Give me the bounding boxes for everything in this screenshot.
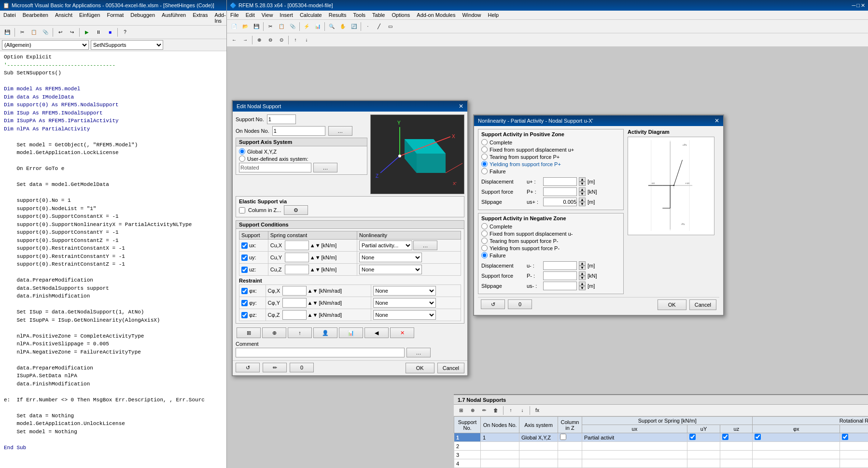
u-plus-input[interactable]: [543, 177, 577, 186]
redo-btn[interactable]: ↪: [67, 27, 77, 38]
tb2-1[interactable]: ←: [229, 35, 239, 45]
nodal-ok-btn[interactable]: OK: [406, 363, 434, 373]
rotated-input[interactable]: [239, 163, 311, 172]
tb-calc[interactable]: ⚡: [301, 21, 312, 32]
tb-zoom[interactable]: 🔍: [326, 21, 337, 32]
us-minus-down[interactable]: ▼: [579, 286, 586, 290]
menu-options[interactable]: Options: [390, 12, 411, 18]
stop-btn[interactable]: ■: [105, 27, 115, 38]
nodal-cancel-btn[interactable]: Cancel: [437, 363, 464, 373]
tbl-tb-2[interactable]: ⊕: [467, 405, 478, 416]
tb2-6[interactable]: ↑: [290, 35, 301, 45]
tb-paste[interactable]: 📎: [287, 21, 298, 32]
tbl-tb-3[interactable]: ✏: [479, 405, 490, 416]
copy-btn[interactable]: 📋: [28, 27, 39, 38]
uz-nonlin-select[interactable]: None: [359, 265, 422, 274]
dialog-tb-3[interactable]: ↑: [288, 327, 312, 338]
max-btn[interactable]: □: [856, 2, 860, 9]
row1-phiy-check[interactable]: [842, 434, 848, 440]
tb-line[interactable]: ╱: [374, 21, 384, 32]
neg-fixed-radio[interactable]: [481, 230, 488, 237]
user-defined-radio[interactable]: [239, 156, 245, 162]
scope-combo[interactable]: (Allgemein): [2, 40, 89, 50]
save-btn[interactable]: 💾: [2, 27, 13, 38]
p-plus-input[interactable]: [543, 187, 577, 196]
phiz-check[interactable]: [241, 312, 248, 318]
neg-complete-radio[interactable]: [481, 223, 488, 229]
us-plus-input[interactable]: [543, 198, 577, 206]
tb-save[interactable]: 💾: [251, 21, 262, 32]
menu-help[interactable]: Help: [487, 12, 501, 18]
dialog-tb-1[interactable]: ⊞: [237, 327, 261, 338]
row1-uz-check[interactable]: [722, 434, 728, 440]
menu-edit[interactable]: Edit: [244, 12, 256, 18]
nodal-edit-btn[interactable]: ✏: [263, 363, 287, 372]
undo-btn[interactable]: ↩: [55, 27, 66, 38]
tb-node[interactable]: ·: [363, 21, 373, 32]
pos-complete-radio[interactable]: [481, 139, 488, 145]
nodal-refresh-btn[interactable]: ↺: [236, 363, 260, 372]
nonlin-cancel-btn[interactable]: Cancel: [689, 299, 716, 310]
tbl-tb-4[interactable]: 🗑: [490, 405, 501, 416]
cphix-input[interactable]: [282, 286, 307, 296]
dialog-tb-6[interactable]: ◀: [364, 327, 389, 338]
proc-combo[interactable]: SetNSupports: [91, 40, 163, 50]
dialog-tb-4[interactable]: 👤: [313, 327, 337, 338]
tb-pan[interactable]: ✋: [337, 21, 348, 32]
menu-view[interactable]: View: [260, 12, 275, 18]
dialog-tb-2[interactable]: ⊕: [262, 327, 286, 338]
phix-check[interactable]: [241, 288, 248, 294]
menu-format[interactable]: Format: [105, 12, 125, 24]
us-minus-input[interactable]: [543, 282, 577, 290]
menu-tools[interactable]: Tools: [351, 12, 367, 18]
menu-addon[interactable]: Add-on Modules: [415, 12, 457, 18]
tb2-4[interactable]: ⊖: [265, 35, 276, 45]
neg-failure-radio[interactable]: [481, 252, 488, 258]
tb-cut[interactable]: ✂: [265, 21, 276, 32]
menu-results[interactable]: Results: [327, 12, 348, 18]
menu-debuggen[interactable]: Debuggen: [129, 12, 156, 24]
column-in-z-check[interactable]: [239, 207, 245, 213]
nonlin-refresh-btn[interactable]: ↺: [481, 299, 505, 309]
menu-window[interactable]: Window: [461, 12, 482, 18]
comment-browse[interactable]: …: [406, 348, 431, 357]
u-plus-down[interactable]: ▼: [579, 182, 586, 186]
cuz-input[interactable]: [285, 265, 309, 274]
menu-bearbeiten[interactable]: Bearbeiten: [21, 12, 50, 24]
ux-nonlin-edit[interactable]: …: [413, 241, 437, 250]
pos-tearing-radio[interactable]: [481, 154, 488, 160]
menu-extras[interactable]: Extras: [191, 12, 209, 24]
neg-tearing-radio[interactable]: [481, 238, 488, 244]
phiz-nonlin-select[interactable]: None: [373, 310, 436, 320]
dialog-nodal-close[interactable]: ✕: [459, 103, 463, 110]
pos-fixed-radio[interactable]: [481, 146, 488, 153]
row1-colz-check[interactable]: [560, 434, 566, 440]
tb-surface[interactable]: ▭: [385, 21, 395, 32]
paste-btn[interactable]: 📎: [40, 27, 51, 38]
uy-nonlin-select[interactable]: None: [359, 253, 422, 262]
u-minus-down[interactable]: ▼: [579, 266, 586, 270]
us-minus-up[interactable]: ▲: [579, 282, 586, 286]
tbl-tb-1[interactable]: ⊞: [456, 405, 466, 416]
cux-input[interactable]: [285, 241, 309, 250]
tbl-tb-5[interactable]: ↑: [505, 405, 516, 416]
ux-nonlin-select[interactable]: Partial activity...: [359, 241, 412, 250]
cut-btn[interactable]: ✂: [17, 27, 28, 38]
support-no-input[interactable]: [267, 114, 296, 124]
tb2-7[interactable]: ↓: [301, 35, 312, 45]
nonlin-zero-btn[interactable]: 0: [508, 299, 532, 309]
menu-file[interactable]: File: [229, 12, 240, 18]
dialog-nonlin-close[interactable]: ✕: [714, 117, 719, 124]
help-btn[interactable]: ?: [120, 27, 130, 38]
run-btn[interactable]: ▶: [82, 27, 92, 38]
cuy-input[interactable]: [285, 253, 309, 262]
pause-btn[interactable]: ⏸: [93, 27, 104, 38]
vba-code-editor[interactable]: Option Explicit '-----------------------…: [0, 51, 226, 468]
menu-einfuegen[interactable]: Einfügen: [78, 12, 101, 24]
uy-check[interactable]: [241, 255, 248, 261]
ux-check[interactable]: [241, 242, 248, 249]
comment-input[interactable]: [236, 348, 405, 357]
dialog-tb-5[interactable]: 📊: [339, 327, 363, 338]
rotated-browse[interactable]: …: [313, 163, 337, 172]
p-plus-down[interactable]: ▼: [579, 192, 586, 196]
